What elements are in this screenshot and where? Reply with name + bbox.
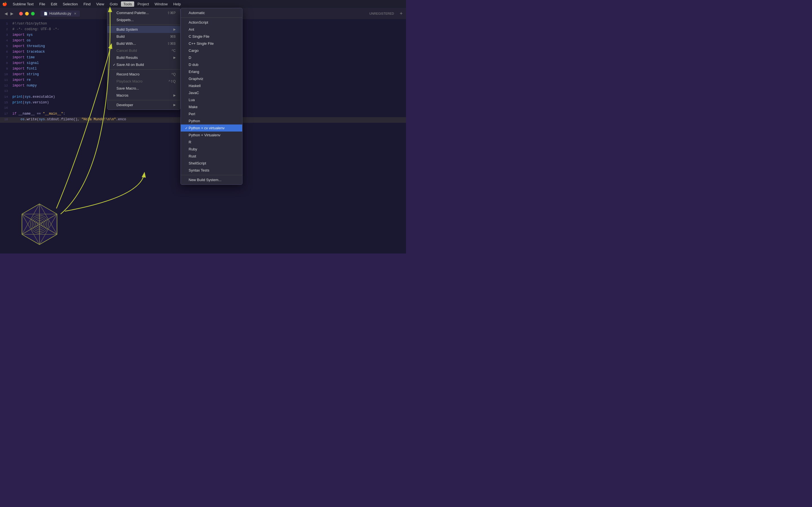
build-system-javac[interactable]: JavaC: [181, 89, 242, 96]
menubar: 🍎 Sublime Text File Edit Selection Find …: [0, 0, 406, 8]
menu-build[interactable]: Build ⌘B: [107, 33, 180, 40]
build-system-sep-1: [181, 17, 242, 18]
build-system-ant[interactable]: Ant: [181, 26, 242, 33]
menu-macros[interactable]: Macros ▶: [107, 92, 180, 99]
build-system-rust[interactable]: Rust: [181, 153, 242, 160]
build-system-python-venv[interactable]: Python + Virtualenv: [181, 131, 242, 138]
menu-help[interactable]: Help: [171, 1, 183, 7]
nav-forward-button[interactable]: ▶: [9, 11, 15, 16]
menu-window[interactable]: Window: [152, 1, 170, 7]
menu-sublime-text[interactable]: Sublime Text: [10, 1, 36, 7]
menu-record-macro[interactable]: Record Macro ^Q: [107, 71, 180, 78]
menu-view[interactable]: View: [94, 1, 106, 7]
menu-build-system[interactable]: Build System ▶: [107, 26, 180, 33]
build-system-actionscript[interactable]: ActionScript: [181, 19, 242, 26]
apple-logo-icon[interactable]: 🍎: [2, 2, 7, 6]
menu-save-macro[interactable]: Save Macro...: [107, 85, 180, 92]
build-system-new[interactable]: New Build System...: [181, 176, 242, 183]
add-tab-button[interactable]: +: [400, 11, 403, 17]
menu-developer[interactable]: Developer ▶: [107, 101, 180, 108]
build-system-graphviz[interactable]: Graphviz: [181, 75, 242, 82]
build-system-python-cv[interactable]: ✓ Python + cv virtualenv: [181, 124, 242, 131]
menu-build-results[interactable]: Build Results ▶: [107, 54, 180, 61]
titlebar-nav: ◀ ▶: [3, 11, 15, 16]
menu-save-all-on-build[interactable]: ✓ Save All on Build: [107, 61, 180, 68]
tab-filename: HolaMundo.py: [49, 11, 71, 15]
menu-command-palette[interactable]: Command Palette... ⇧⌘P: [107, 9, 180, 16]
menu-find[interactable]: Find: [81, 1, 93, 7]
tab-close-button[interactable]: ✕: [74, 12, 77, 15]
build-system-submenu: Automatic ActionScript Ant C Single File…: [181, 8, 243, 185]
build-system-erlang[interactable]: Erlang: [181, 68, 242, 75]
menu-cancel-build: Cancel Build ^C: [107, 47, 180, 54]
tab-file-icon: 📄: [44, 12, 48, 15]
build-system-ruby[interactable]: Ruby: [181, 146, 242, 153]
menu-snippets[interactable]: Snippets...: [107, 16, 180, 23]
build-system-shellscript[interactable]: ShellScript: [181, 160, 242, 167]
build-system-d[interactable]: D: [181, 54, 242, 61]
build-system-python[interactable]: Python: [181, 117, 242, 124]
menu-playback-macro: Playback Macro ^⇧Q: [107, 78, 180, 85]
traffic-light-minimize[interactable]: [25, 12, 29, 15]
menu-file[interactable]: File: [37, 1, 47, 7]
menu-selection[interactable]: Selection: [61, 1, 80, 7]
logo-container: [17, 202, 62, 248]
build-system-d-dub[interactable]: D dub: [181, 61, 242, 68]
build-system-lua[interactable]: Lua: [181, 96, 242, 103]
build-system-automatic[interactable]: Automatic: [181, 9, 242, 16]
build-system-r[interactable]: R: [181, 138, 242, 146]
menu-goto[interactable]: Goto: [107, 1, 120, 7]
logo-icon: [17, 202, 62, 247]
build-system-cpp-single[interactable]: C++ Single File: [181, 40, 242, 47]
menu-project[interactable]: Project: [135, 1, 151, 7]
build-system-cargo[interactable]: Cargo: [181, 47, 242, 54]
build-system-syntax-tests[interactable]: Syntax Tests: [181, 167, 242, 174]
unregistered-label: UNREGISTERED: [369, 12, 394, 15]
build-system-make[interactable]: Make: [181, 103, 242, 110]
menu-build-with[interactable]: Build With... ⇧⌘B: [107, 40, 180, 47]
menu-tools[interactable]: Tools: [121, 1, 134, 7]
build-system-haskell[interactable]: Haskell: [181, 82, 242, 89]
tools-dropdown: Command Palette... ⇧⌘P Snippets... Build…: [107, 8, 181, 110]
traffic-light-close[interactable]: [19, 12, 23, 15]
nav-back-button[interactable]: ◀: [3, 11, 9, 16]
build-system-c-single[interactable]: C Single File: [181, 33, 242, 40]
separator-1: [107, 24, 180, 25]
tab-holamundo[interactable]: 📄 HolaMundo.py ✕: [40, 10, 80, 17]
separator-3: [107, 100, 180, 100]
traffic-light-fullscreen[interactable]: [31, 12, 35, 15]
build-system-perl[interactable]: Perl: [181, 110, 242, 117]
menu-edit[interactable]: Edit: [49, 1, 59, 7]
